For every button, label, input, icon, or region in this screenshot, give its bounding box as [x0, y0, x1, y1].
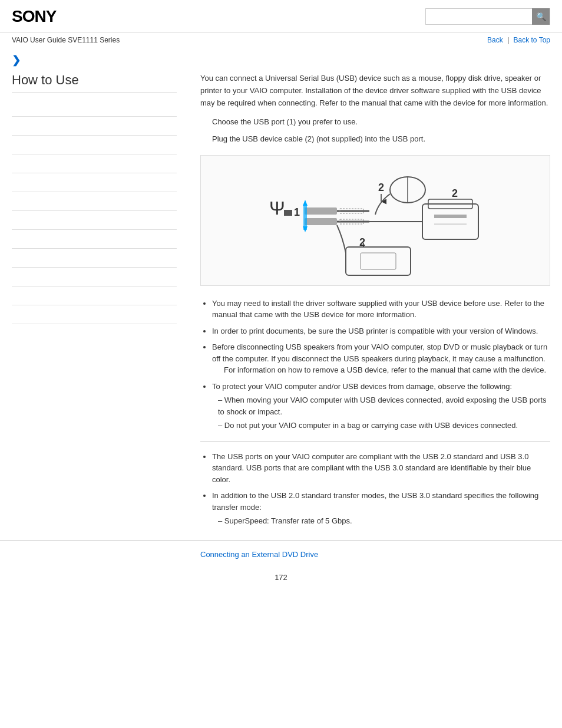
svg-rect-22 — [361, 253, 396, 269]
sidebar-item-1[interactable] — [12, 98, 177, 117]
usb-diagram: Ψ 1 2 — [200, 155, 550, 286]
sidebar-item-11[interactable] — [12, 286, 177, 305]
sidebar-item-8[interactable] — [12, 230, 177, 249]
bullet2-item-1: The USB ports on your VAIO computer are … — [212, 451, 550, 486]
sub2-item-1: SuperSpeed: Transfer rate of 5 Gbps. — [218, 515, 550, 527]
svg-text:2: 2 — [452, 187, 458, 199]
sidebar-item-12[interactable] — [12, 305, 177, 324]
page-footer: Connecting an External DVD Drive — [0, 540, 562, 568]
sub-item-1: When moving your VAIO computer with USB … — [218, 394, 550, 417]
svg-marker-6 — [303, 200, 308, 206]
bullet-list-1: You may need to install the driver softw… — [212, 298, 550, 431]
nav-separator: | — [507, 36, 511, 44]
svg-rect-5 — [303, 204, 307, 230]
svg-text:1: 1 — [294, 206, 300, 218]
svg-rect-16 — [422, 204, 478, 239]
svg-rect-19 — [434, 223, 467, 225]
svg-text:2: 2 — [359, 236, 365, 248]
sidebar-item-3[interactable] — [12, 136, 177, 154]
nav-bar: VAIO User Guide SVE1111 Series Back | Ba… — [0, 32, 562, 48]
sidebar-item-5[interactable] — [12, 173, 177, 192]
nav-links: Back | Back to Top — [487, 36, 550, 44]
sidebar-item-6[interactable] — [12, 192, 177, 211]
content-area: You can connect a Universal Serial Bus (… — [189, 73, 550, 534]
sidebar: How to Use — [12, 73, 189, 534]
sony-logo: SONY — [12, 7, 56, 26]
search-box[interactable]: 🔍 — [425, 8, 550, 25]
page-header: SONY 🔍 — [0, 0, 562, 32]
sub-list-1: When moving your VAIO computer with USB … — [218, 394, 550, 431]
sidebar-item-4[interactable] — [12, 154, 177, 173]
breadcrumb-arrow[interactable]: ❯ — [0, 48, 562, 67]
sidebar-item-7[interactable] — [12, 211, 177, 230]
back-link[interactable]: Back — [487, 36, 503, 44]
section-divider — [200, 441, 550, 442]
svg-text:Ψ: Ψ — [269, 197, 285, 219]
step2-text: Plug the USB device cable (2) (not suppl… — [212, 133, 550, 146]
sub-item-2: Do not put your VAIO computer in a bag o… — [218, 420, 550, 431]
search-button[interactable]: 🔍 — [532, 8, 550, 25]
step1-text: Choose the USB port (1) you prefer to us… — [212, 116, 550, 129]
svg-rect-3 — [305, 207, 337, 215]
svg-rect-21 — [346, 247, 411, 275]
svg-rect-4 — [305, 218, 337, 225]
sidebar-item-10[interactable] — [12, 268, 177, 286]
footer-link[interactable]: Connecting an External DVD Drive — [200, 550, 318, 559]
sidebar-item-9[interactable] — [12, 249, 177, 268]
search-input[interactable] — [426, 9, 532, 24]
bullet-item-2: In order to print documents, be sure the… — [212, 325, 550, 337]
guide-title: VAIO User Guide SVE1111 Series — [12, 36, 120, 44]
bullet-item-3: Before disconnecting USB speakers from y… — [212, 341, 550, 376]
bullet2-item-2: In addition to the USB 2.0 standard tran… — [212, 490, 550, 527]
svg-text:2: 2 — [378, 182, 384, 193]
bullet-item-3-note: For information on how to remove a USB d… — [224, 365, 546, 374]
main-content: How to Use You can connect a Universal S… — [0, 73, 562, 534]
bullet-item-1: You may need to install the driver softw… — [212, 298, 550, 321]
back-to-top-link[interactable]: Back to Top — [514, 36, 550, 44]
sub-list-2: SuperSpeed: Transfer rate of 5 Gbps. — [218, 515, 550, 527]
intro-text: You can connect a Universal Serial Bus (… — [200, 73, 550, 109]
usb-diagram-svg: Ψ 1 2 — [252, 162, 499, 279]
page-number: 172 — [0, 573, 562, 582]
search-icon: 🔍 — [536, 12, 546, 21]
bullet-list-2: The USB ports on your VAIO computer are … — [212, 451, 550, 527]
svg-rect-18 — [434, 215, 467, 218]
sidebar-item-2[interactable] — [12, 117, 177, 136]
svg-rect-1 — [284, 210, 292, 216]
sidebar-title: How to Use — [12, 73, 177, 93]
bullet-item-4: To protect your VAIO computer and/or USB… — [212, 381, 550, 431]
